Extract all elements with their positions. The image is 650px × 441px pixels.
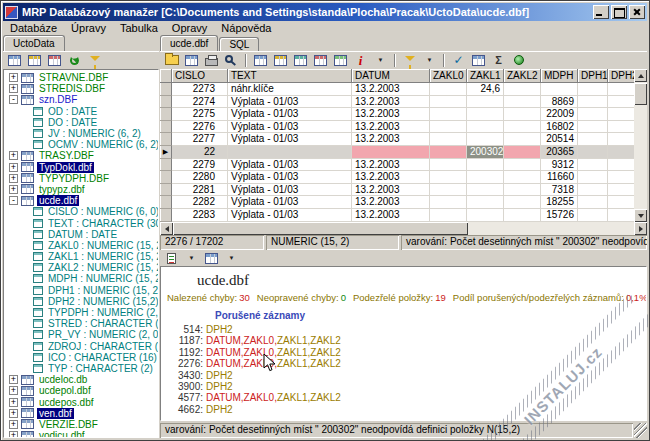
cell-dph1[interactable] (578, 159, 608, 172)
cell-datum[interactable]: 13.2.2003 (352, 96, 430, 109)
cell-dph1[interactable] (578, 146, 608, 159)
print-button[interactable] (202, 52, 221, 69)
tree-item-typ[interactable]: TYP : CHARACTER (2) (6, 363, 158, 374)
cell-cislo[interactable]: 2276 (172, 121, 228, 134)
cell-cislo[interactable]: 2282 (172, 196, 228, 209)
report-record[interactable]: 514:DPH2 (161, 324, 646, 335)
table-report-button[interactable] (202, 250, 221, 267)
cell-text[interactable]: Výplata - 01/03 (228, 171, 352, 184)
cell-dph2[interactable] (608, 83, 634, 96)
cell-zakl0[interactable] (430, 108, 467, 121)
tree-item-stravne-dbf[interactable]: +STRAVNE.DBF (6, 72, 158, 83)
tree-item-typydph-dbf[interactable]: +TYPYDPH.DBF (6, 173, 158, 184)
cell-dph2[interactable] (608, 209, 634, 222)
table-row[interactable]: 2280Výplata - 01/0313.2.200311660 (160, 171, 634, 184)
cell-dph2[interactable] (608, 108, 634, 121)
cell-zakl2[interactable] (504, 96, 541, 109)
cell-zakl1[interactable] (467, 96, 504, 109)
table-open-button[interactable] (25, 52, 44, 69)
table-browse-button[interactable] (331, 52, 350, 69)
info-button[interactable]: i (351, 52, 370, 69)
cell-dph1[interactable] (578, 96, 608, 109)
maximize-button[interactable] (611, 5, 627, 19)
table-row[interactable]: 2274Výplata - 01/0313.2.20038869 (160, 96, 634, 109)
refresh-button[interactable] (65, 52, 84, 69)
cell-zakl2[interactable] (504, 171, 541, 184)
tree-item-ven-dbf[interactable]: +ven.dbf (6, 408, 158, 419)
cell-zakl2[interactable] (504, 209, 541, 222)
tree-item-ucdepos-dbf[interactable]: +ucdepos.dbf (6, 396, 158, 407)
tree-item-od[interactable]: OD : DATE (6, 106, 158, 117)
tree-expand-icon[interactable]: + (9, 174, 18, 183)
table-list-button[interactable] (5, 52, 24, 69)
column-header-dph2[interactable]: DPH2 (608, 69, 634, 83)
table-design-button[interactable] (45, 52, 64, 69)
tree-item-dph1[interactable]: DPH1 : NUMERIC (15, 2) (6, 285, 158, 296)
tree-item-trasy-dbf[interactable]: +TRASY.DBF (6, 150, 158, 161)
validate-button[interactable]: ✓ (449, 52, 468, 69)
cell-zakl0[interactable] (430, 171, 467, 184)
filter-button[interactable] (400, 52, 419, 69)
cell-dph1[interactable] (578, 108, 608, 121)
cell-dph2[interactable] (608, 96, 634, 109)
table-check-button[interactable] (469, 52, 488, 69)
scroll-up-button[interactable] (634, 69, 647, 82)
filter-small-button[interactable] (85, 52, 104, 69)
tree-item-zakl1[interactable]: ZAKL1 : NUMERIC (15, 2) (6, 251, 158, 262)
scroll-down-button[interactable] (634, 209, 647, 222)
report-record[interactable]: 4662:DPH2 (161, 404, 646, 415)
minimize-button[interactable] (593, 5, 609, 19)
cell-mdph[interactable]: 20514 (541, 133, 578, 146)
table-row[interactable]: ▶2220030220365 (160, 146, 634, 159)
horizontal-scrollbar[interactable] (160, 222, 647, 235)
cell-datum[interactable]: 13.2.2003 (352, 159, 430, 172)
tree-item-jv[interactable]: JV : NUMERIC (6, 2) (6, 128, 158, 139)
scroll-right-button[interactable] (634, 222, 647, 235)
cell-dph2[interactable] (608, 121, 634, 134)
cell-zakl1[interactable] (467, 196, 504, 209)
views-dropdown-button[interactable]: ▼ (371, 52, 390, 69)
cell-zakl1[interactable] (467, 209, 504, 222)
tree-item-text[interactable]: TEXT : CHARACTER (30) (6, 217, 158, 228)
tree-item-typdokl-dbf[interactable]: +TypDokl.dbf (6, 162, 158, 173)
tree-item-verzie-dbf[interactable]: +VERZIE.DBF (6, 419, 158, 430)
tree-item-ocmv[interactable]: OCMV : NUMERIC (6, 2) (6, 139, 158, 150)
tree-item-stredis-dbf[interactable]: +STREDIS.DBF (6, 83, 158, 94)
tree-expand-icon[interactable]: + (9, 386, 18, 395)
table-row[interactable]: 2273náhr.klíče13.2.200324,6 (160, 83, 634, 96)
report-record[interactable]: 3900:DPH2 (161, 381, 646, 392)
tree-item-ucdeloc-db[interactable]: +ucdeloc.db (6, 374, 158, 385)
tree-item-vodicu-dbf[interactable]: +vodicu.dbf (6, 430, 158, 438)
cell-zakl1[interactable] (467, 171, 504, 184)
cell-zakl1[interactable] (467, 133, 504, 146)
cell-mdph[interactable]: 9312 (541, 159, 578, 172)
horizontal-scroll-thumb[interactable] (173, 222, 468, 235)
check-report-dropdown-button[interactable]: ▼ (182, 250, 201, 267)
tree-item-do[interactable]: DO : DATE (6, 117, 158, 128)
cell-zakl0[interactable] (430, 196, 467, 209)
resize-grip[interactable] (634, 423, 647, 438)
table-row[interactable]: 2279Výplata - 01/0313.2.20039312 (160, 159, 634, 172)
cell-cislo[interactable]: 2274 (172, 96, 228, 109)
cell-datum[interactable]: 13.2.2003 (352, 121, 430, 134)
table-form-button[interactable] (311, 52, 330, 69)
cell-dph1[interactable] (578, 133, 608, 146)
cell-zakl1[interactable]: 200302 (467, 146, 504, 159)
cell-datum[interactable]: 13.2.2003 (352, 196, 430, 209)
tree-item-mdph[interactable]: MDPH : NUMERIC (15, 2) (6, 273, 158, 284)
cell-dph2[interactable] (608, 133, 634, 146)
cell-zakl1[interactable] (467, 184, 504, 197)
close-button[interactable] (629, 5, 645, 19)
tree-item-typdph[interactable]: TYPDPH : NUMERIC (2, 0) (6, 307, 158, 318)
cell-zakl2[interactable] (504, 159, 541, 172)
tree-item-dph2[interactable]: DPH2 : NUMERIC (15,2) (6, 296, 158, 307)
cell-datum[interactable]: 13.2.2003 (352, 171, 430, 184)
cell-datum[interactable] (352, 146, 430, 159)
menu-item-tabulka[interactable]: Tabulka (113, 22, 165, 34)
report-record[interactable]: 2276:DATUM,ZAKL0,ZAKL1,ZAKL2 (161, 358, 646, 369)
cell-mdph[interactable]: 18255 (541, 196, 578, 209)
menu-item-n-pov-da[interactable]: Nápověda (214, 22, 278, 34)
cell-dph2[interactable] (608, 171, 634, 184)
cell-dph2[interactable] (608, 146, 634, 159)
database-button[interactable] (509, 52, 528, 69)
